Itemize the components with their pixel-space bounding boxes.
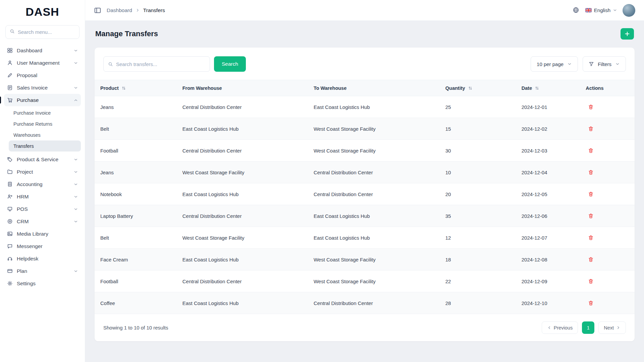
transfers-search-input[interactable] [116, 61, 205, 67]
cell-from-warehouse: Central Distribution Center [177, 140, 308, 162]
sidebar-subitem-purchase-returns[interactable]: Purchase Returns [9, 118, 81, 129]
delete-button[interactable] [586, 102, 596, 112]
sort-icon[interactable] [535, 86, 539, 90]
column-header-label: Date [522, 85, 532, 91]
uk-flag-icon [585, 8, 592, 12]
table-body: JeansCentral Distribution CenterEast Coa… [95, 96, 635, 314]
sidebar-item-label: Sales Invoice [17, 85, 69, 91]
delete-button[interactable] [586, 211, 596, 221]
toolbar-right: 10 per page Filters [531, 56, 626, 72]
breadcrumb-current: Transfers [143, 7, 165, 13]
trash-icon [588, 170, 594, 175]
sidebar-item-media-library[interactable]: Media Library [4, 228, 81, 240]
cell-from-warehouse: East Coast Logistics Hub [177, 249, 308, 270]
cell-actions [580, 183, 635, 205]
sidebar-search-input[interactable] [18, 29, 75, 35]
delete-button[interactable] [586, 145, 596, 156]
column-header-label: Actions [586, 85, 603, 91]
sidebar-item-proposal[interactable]: Proposal [4, 69, 81, 81]
page-title: Manage Transfers [95, 29, 158, 38]
sidebar-subitem-transfers[interactable]: Transfers [9, 140, 81, 152]
cell-to-warehouse: East Coast Logistics Hub [308, 96, 440, 118]
globe-icon[interactable] [573, 7, 580, 14]
invoice-icon [7, 85, 13, 91]
card-footer: Showing 1 to 10 of 10 results Previous 1… [95, 314, 635, 341]
sidebar-item-helpdesk[interactable]: Helpdesk [4, 252, 81, 265]
breadcrumb-dashboard[interactable]: Dashboard [107, 7, 132, 13]
column-header-to-warehouse: To Warehouse [308, 80, 440, 96]
add-transfer-button[interactable] [621, 28, 634, 40]
delete-button[interactable] [586, 254, 596, 264]
next-page-button[interactable]: Next [598, 321, 626, 334]
column-header-label: To Warehouse [314, 85, 346, 91]
column-header-product[interactable]: Product [95, 80, 177, 96]
sidebar-item-dashboard[interactable]: Dashboard [4, 44, 81, 57]
delete-button[interactable] [586, 276, 596, 286]
sort-icon[interactable] [121, 86, 126, 90]
column-header-date[interactable]: Date [516, 80, 580, 96]
chat-icon [7, 243, 13, 249]
sidebar-item-label: Messenger [17, 243, 78, 249]
sidebar-subitem-purchase-invoice[interactable]: Purchase Invoice [9, 107, 81, 118]
search-button[interactable]: Search [214, 56, 246, 72]
cell-product: Belt [95, 118, 177, 140]
sidebar-toggle-icon[interactable] [94, 7, 101, 14]
sidebar-subitem-warehouses[interactable]: Warehouses [9, 129, 81, 140]
cell-to-warehouse: East Coast Logistics Hub [308, 227, 440, 249]
sidebar-item-pos[interactable]: POS [4, 203, 81, 215]
sidebar-item-messenger[interactable]: Messenger [4, 240, 81, 252]
page-number-button[interactable]: 1 [582, 321, 594, 334]
avatar[interactable] [623, 4, 635, 17]
cell-date: 2024-12-02 [516, 118, 580, 140]
cell-actions [580, 292, 635, 314]
sidebar-item-label: Settings [17, 281, 78, 287]
topbar-right: English [573, 4, 635, 17]
sidebar-item-project[interactable]: Project [4, 166, 81, 178]
cell-product: Face Cream [95, 249, 177, 270]
table-row: CoffeeEast Coast Logistics HubCentral Di… [95, 292, 635, 314]
chevron-left-icon [547, 325, 551, 330]
sidebar-item-hrm[interactable]: HRM [4, 190, 81, 203]
sidebar-item-accounting[interactable]: Accounting [4, 178, 81, 190]
cell-product: Football [95, 140, 177, 162]
sidebar-item-purchase[interactable]: Purchase [4, 94, 81, 106]
chevron-right-icon [136, 8, 140, 12]
delete-button[interactable] [586, 189, 596, 199]
cell-date: 2024-12-09 [516, 270, 580, 292]
chevron-down-icon [73, 182, 78, 187]
cell-date: 2024-12-07 [516, 227, 580, 249]
delete-button[interactable] [586, 233, 596, 243]
sidebar-search[interactable] [5, 25, 79, 39]
delete-button[interactable] [586, 298, 596, 308]
table-row: Face CreamEast Coast Logistics HubWest C… [95, 249, 635, 270]
delete-button[interactable] [586, 124, 596, 134]
filters-label: Filters [598, 61, 611, 67]
cell-from-warehouse: West Coast Storage Facility [177, 227, 308, 249]
sidebar-item-product-service[interactable]: Product & Service [4, 153, 81, 166]
sidebar-item-settings[interactable]: Settings [4, 277, 81, 290]
results-summary: Showing 1 to 10 of 10 results [103, 325, 168, 330]
sidebar-item-plan[interactable]: Plan [4, 265, 81, 277]
filters-button[interactable]: Filters [583, 56, 626, 72]
trash-icon [588, 235, 594, 241]
sidebar-item-crm[interactable]: CRM [4, 215, 81, 228]
cell-from-warehouse: Central Distribution Center [177, 270, 308, 292]
cell-to-warehouse: West Coast Storage Facility [308, 270, 440, 292]
sidebar-item-user-management[interactable]: User Management [4, 57, 81, 69]
search-icon [10, 29, 15, 35]
per-page-select[interactable]: 10 per page [531, 56, 578, 72]
sidebar-item-sales-invoice[interactable]: Sales Invoice [4, 81, 81, 94]
chevron-down-icon [73, 48, 78, 53]
previous-page-button[interactable]: Previous [542, 321, 578, 334]
headset-icon [7, 256, 13, 262]
sort-icon[interactable] [468, 86, 473, 90]
chevron-down-icon [613, 8, 617, 12]
cell-actions [580, 249, 635, 270]
language-selector[interactable]: English [585, 7, 617, 13]
sidebar-subitem-label: Purchase Returns [13, 121, 52, 127]
language-label: English [594, 7, 610, 13]
column-header-quantity[interactable]: Quantity [440, 80, 516, 96]
delete-button[interactable] [586, 167, 596, 177]
trash-icon [588, 104, 594, 110]
transfers-search[interactable] [103, 56, 210, 72]
